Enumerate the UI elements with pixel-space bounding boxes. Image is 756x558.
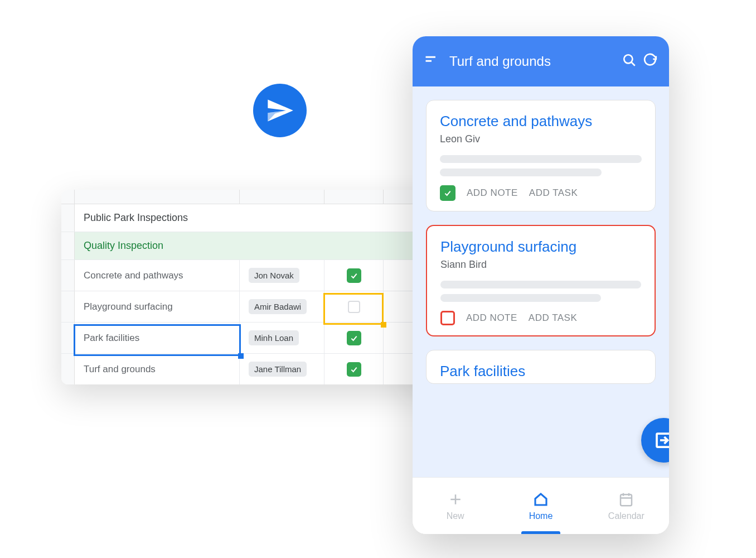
nav-active-indicator [521,531,560,534]
checkbox-checked-icon[interactable] [440,185,455,201]
add-note-button[interactable]: ADD NOTE [466,312,517,324]
checkbox-checked-icon [347,362,361,377]
search-icon[interactable] [622,53,637,70]
card-title: Concrete and pathways [440,113,642,130]
status-cell[interactable] [324,323,384,353]
app-title: Turf and grounds [449,54,616,69]
menu-sort-icon[interactable] [424,52,439,70]
assignee-cell: Jane Tillman [240,354,324,384]
paper-plane-icon [265,96,294,125]
nav-home[interactable]: Home [498,478,583,534]
add-note-button[interactable]: ADD NOTE [467,187,518,199]
card-assignee: Siann Bird [440,259,641,271]
task-card[interactable]: Concrete and pathways Leon Giv ADD NOTE … [426,100,656,211]
task-cell: Turf and grounds [75,354,240,384]
nav-new[interactable]: New [413,478,498,534]
refresh-icon[interactable] [643,53,658,70]
status-cell[interactable] [324,354,384,384]
task-cell: Concrete and pathways [75,260,240,291]
assignee-chip[interactable]: Minh Loan [249,330,299,345]
assignee-chip[interactable]: Jon Novak [249,268,299,283]
plus-icon [447,491,464,508]
calendar-icon [618,491,634,508]
assignee-cell: Jon Novak [240,260,324,291]
bottom-nav: New Home Calendar [413,477,669,534]
checkbox-unchecked-icon[interactable] [440,311,455,325]
task-cell: Playground surfacing [75,291,240,322]
status-cell[interactable] [324,260,384,291]
skeleton-line [440,155,642,163]
mobile-app-panel: Turf and grounds Concrete and pathways L… [413,36,669,534]
selection-handle-icon[interactable] [238,353,244,359]
app-body[interactable]: Concrete and pathways Leon Giv ADD NOTE … [413,86,669,477]
svg-rect-8 [621,494,632,506]
svg-line-3 [631,62,635,66]
checkbox-checked-icon [347,268,361,283]
home-icon [532,491,549,508]
status-cell[interactable] [324,291,384,322]
nav-label: Home [529,511,553,521]
fab-enter-button[interactable] [641,418,669,463]
selection-handle-icon[interactable] [381,322,386,328]
app-header: Turf and grounds [413,36,669,86]
svg-point-2 [624,55,632,63]
paper-plane-badge [253,84,307,137]
arrow-box-icon [653,430,669,450]
skeleton-line [440,169,602,176]
skeleton-line [440,294,601,302]
task-cell: Park facilities [75,323,240,353]
assignee-chip[interactable]: Amir Badawi [249,299,307,314]
task-card-overdue[interactable]: Playground surfacing Siann Bird ADD NOTE… [426,225,656,336]
checkbox-checked-icon [347,331,361,345]
nav-label: New [447,511,464,521]
nav-label: Calendar [608,511,644,521]
card-title: Park facilities [440,363,642,380]
assignee-cell: Amir Badawi [240,291,324,322]
skeleton-line [440,281,641,288]
task-card[interactable]: Park facilities [426,350,656,384]
card-assignee: Leon Giv [440,133,642,145]
card-title: Playground surfacing [440,238,641,256]
assignee-cell: Minh Loan [240,323,324,353]
nav-calendar[interactable]: Calendar [584,478,669,534]
add-task-button[interactable]: ADD TASK [529,312,577,324]
assignee-chip[interactable]: Jane Tillman [249,362,307,377]
add-task-button[interactable]: ADD TASK [529,187,578,199]
checkbox-empty-icon [348,301,360,313]
